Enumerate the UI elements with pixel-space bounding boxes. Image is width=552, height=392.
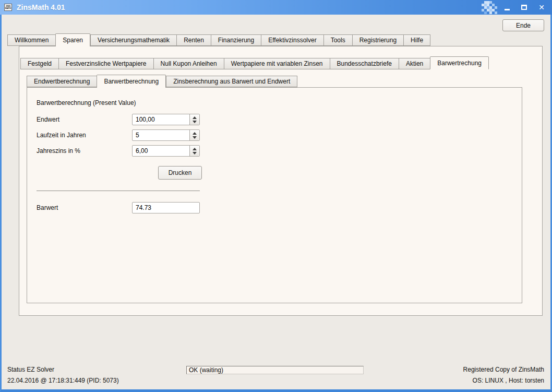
laufzeit-label: Laufzeit in Jahren <box>37 132 86 139</box>
tab-renten[interactable]: Renten <box>176 34 211 46</box>
sparen-sub-tabbar: Festgeld Festverzinsliche Wertpapiere Nu… <box>20 56 489 69</box>
maximize-icon[interactable] <box>521 5 527 10</box>
window-title: ZinsMath 4.01 <box>17 3 482 11</box>
laufzeit-input[interactable] <box>133 130 189 140</box>
endwert-input[interactable] <box>133 114 189 125</box>
tab-sparen[interactable]: Sparen <box>55 33 90 46</box>
tab-registrierung[interactable]: Registrierung <box>352 34 403 46</box>
tab-finanzierung[interactable]: Finanzierung <box>211 34 261 46</box>
tab-festgeld[interactable]: Festgeld <box>20 58 58 69</box>
solver-progress-bar: OK (waiting) <box>186 366 364 374</box>
jahreszins-spinbox[interactable] <box>132 145 200 157</box>
status-solver-label: Status EZ Solver <box>7 364 119 375</box>
form-heading: Barwertberechnung (Present Value) <box>37 99 136 106</box>
barwertberechnung-pane: Barwertberechnung (Present Value) Endwer… <box>27 87 522 303</box>
minimize-icon[interactable] <box>505 9 510 10</box>
app-window: ZINS MATH ZinsMath 4.01 ✕ Ende Willkomme… <box>0 0 552 392</box>
barwertrechung-tabbar: Endwertberechnung Barwertberechnung Zins… <box>27 74 297 87</box>
tab-wertpapiere-mit-variablen-zinsen[interactable]: Wertpapiere mit variablen Zinsen <box>224 58 330 69</box>
tab-willkommen[interactable]: Willkommen <box>7 34 55 46</box>
form-row-endwert: Endwert <box>27 114 522 125</box>
drucken-button[interactable]: Drucken <box>158 166 202 180</box>
statusbar-left: Status EZ Solver 22.04.2016 @ 17:18:31:4… <box>7 364 119 386</box>
main-tabbar: Willkommen Sparen Versicherungsmathemati… <box>7 33 430 46</box>
jahreszins-spin-buttons[interactable] <box>189 146 199 156</box>
jahreszins-label: Jahreszins in % <box>37 147 80 155</box>
ende-button[interactable]: Ende <box>502 19 544 31</box>
sparen-tab-pane: Festgeld Festverzinsliche Wertpapiere Nu… <box>19 46 543 316</box>
tab-null-kupon-anleihen[interactable]: Null Kupon Anleihen <box>153 58 224 69</box>
tab-hilfe[interactable]: Hilfe <box>403 34 430 46</box>
barwert-field[interactable] <box>132 202 200 213</box>
pixel-decoration-icon <box>482 1 497 14</box>
tab-barwertrechung[interactable]: Barwertrechung <box>430 56 489 69</box>
barwert-input[interactable] <box>133 203 199 213</box>
registered-copy-label: Registered Copy of ZinsMath <box>463 364 544 375</box>
app-body: Ende Willkommen Sparen Versicherungsmath… <box>2 15 550 389</box>
spin-up-icon[interactable] <box>193 132 197 135</box>
tab-endwertberechnung[interactable]: Endwertberechnung <box>27 76 97 87</box>
tab-barwertberechnung[interactable]: Barwertberechnung <box>97 75 166 88</box>
form-row-laufzeit: Laufzeit in Jahren <box>27 129 522 141</box>
laufzeit-spin-buttons[interactable] <box>189 130 199 140</box>
endwert-spinbox[interactable] <box>132 114 200 125</box>
statusbar-right: Registered Copy of ZinsMath OS: LINUX , … <box>463 364 544 386</box>
barwert-label: Barwert <box>37 204 58 211</box>
tab-versicherungsmathematik[interactable]: Versicherungsmathematik <box>90 34 176 46</box>
tab-bundesschatzbriefe[interactable]: Bundesschatzbriefe <box>330 58 399 69</box>
laufzeit-spinbox[interactable] <box>132 129 200 141</box>
close-icon[interactable]: ✕ <box>538 4 545 11</box>
app-icon: ZINS MATH <box>4 4 12 11</box>
spin-down-icon[interactable] <box>193 121 197 123</box>
form-row-barwert: Barwert <box>27 202 522 213</box>
tab-zinsberechnung-aus-barwert-und-endwert[interactable]: Zinsberechnung aus Barwert und Endwert <box>166 76 297 87</box>
tab-festverzinsliche-wertpapiere[interactable]: Festverzinsliche Wertpapiere <box>58 58 153 69</box>
spin-up-icon[interactable] <box>193 148 197 150</box>
os-host-label: OS: LINUX , Host: torsten <box>463 375 544 386</box>
form-separator <box>37 191 200 191</box>
spin-down-icon[interactable] <box>193 152 197 155</box>
form-row-jahreszins: Jahreszins in % <box>27 145 522 157</box>
endwert-label: Endwert <box>37 116 59 123</box>
endwert-spin-buttons[interactable] <box>189 114 199 125</box>
tab-aktien[interactable]: Aktien <box>399 58 430 69</box>
jahreszins-input[interactable] <box>133 146 189 156</box>
titlebar[interactable]: ZINS MATH ZinsMath 4.01 ✕ <box>0 0 552 15</box>
status-timestamp: 22.04.2016 @ 17:18:31:449 (PID: 5073) <box>7 375 119 386</box>
spin-up-icon[interactable] <box>193 116 197 119</box>
tab-effektivzinssolver[interactable]: Effektivzinssolver <box>261 34 323 46</box>
spin-down-icon[interactable] <box>193 136 197 139</box>
tab-tools[interactable]: Tools <box>323 34 352 46</box>
